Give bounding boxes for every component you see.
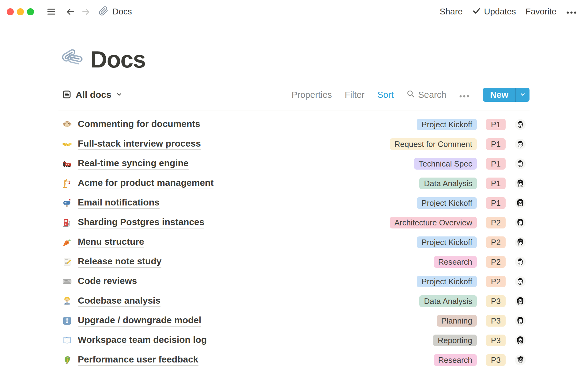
new-doc-button[interactable]: New: [483, 88, 515, 102]
avatar-woman-wavy-hair[interactable]: [515, 237, 526, 248]
avatar-man-stubble[interactable]: [515, 158, 526, 169]
doc-priority-badge[interactable]: P1: [486, 138, 506, 150]
doc-tag-badge[interactable]: Project Kickoff: [417, 197, 477, 209]
doc-tag-badge[interactable]: Reporting: [433, 335, 477, 346]
doc-tag-badge[interactable]: Data Analysis: [419, 178, 477, 189]
avatar-person-glasses[interactable]: [515, 197, 526, 209]
doc-row[interactable]: Full-stack interview process Request for…: [58, 134, 530, 154]
avatar-man-glasses-spiky[interactable]: [515, 355, 526, 366]
doc-priority-badge[interactable]: P3: [486, 315, 506, 327]
view-switcher[interactable]: All docs: [58, 90, 123, 100]
doc-priority-badge[interactable]: P2: [486, 276, 506, 287]
doc-priority-badge[interactable]: P3: [486, 295, 506, 307]
favorite-button[interactable]: Favorite: [526, 7, 556, 17]
doc-priority-badge[interactable]: P1: [486, 178, 506, 189]
doc-priority-badge[interactable]: P3: [486, 354, 506, 366]
doc-row[interactable]: Acme for product management Data Analysi…: [58, 174, 530, 193]
doc-tag-badge[interactable]: Project Kickoff: [417, 119, 477, 130]
avatar-man-short-hair[interactable]: [515, 256, 526, 267]
doc-priority-badge[interactable]: P1: [486, 197, 506, 209]
sidebar-toggle-button[interactable]: [46, 7, 56, 16]
doc-priority-badge[interactable]: P2: [486, 256, 506, 268]
sort-button[interactable]: Sort: [377, 90, 394, 100]
doc-title-link[interactable]: Real-time syncing engine: [78, 158, 189, 170]
doc-priority-badge[interactable]: P3: [486, 335, 506, 346]
doc-tag-badge[interactable]: Request for Comment: [390, 138, 477, 150]
forward-arrow-icon: [81, 7, 91, 17]
doc-priority-badge[interactable]: P1: [486, 158, 506, 170]
doc-row[interactable]: Real-time syncing engine Technical Spec …: [58, 154, 530, 174]
doc-row[interactable]: Code reviews Project Kickoff P2: [58, 272, 530, 291]
doc-title-link[interactable]: Codebase analysis: [78, 295, 160, 307]
avatar-person-glasses[interactable]: [515, 335, 526, 346]
doc-title-link[interactable]: Workspace team decision log: [78, 335, 207, 347]
list-toolbar: All docs Properties Filter Sort Search N…: [58, 88, 530, 110]
paperclip-small-icon: [99, 6, 108, 17]
doc-priority-badge[interactable]: P2: [486, 236, 506, 248]
doc-priority-badge[interactable]: P1: [486, 119, 506, 130]
doc-tag-badge[interactable]: Project Kickoff: [417, 276, 477, 287]
doc-row[interactable]: Menu structure Project Kickoff P2: [58, 232, 530, 252]
doc-title-link[interactable]: Email notifications: [78, 197, 160, 209]
linked-paperclips-icon[interactable]: [60, 48, 83, 71]
avatar-man-short-hair[interactable]: [515, 139, 526, 150]
open-book-icon: [62, 335, 72, 345]
doc-tag-badge[interactable]: Planning: [437, 315, 477, 327]
nav-forward-button[interactable]: [81, 7, 91, 17]
page-title-block: Docs: [58, 48, 530, 71]
doc-row[interactable]: Upgrade / downgrade model Planning P3: [58, 311, 530, 331]
chevron-down-icon: [519, 91, 526, 99]
properties-button[interactable]: Properties: [292, 90, 332, 100]
new-doc-dropdown-button[interactable]: [516, 88, 530, 102]
doc-title-link[interactable]: Code reviews: [78, 276, 137, 288]
doc-row[interactable]: Commenting for documents Project Kickoff…: [58, 115, 530, 134]
more-options-button[interactable]: [566, 7, 577, 17]
doc-row[interactable]: Release note study Research P2: [58, 252, 530, 272]
doc-row[interactable]: Email notifications Project Kickoff P1: [58, 193, 530, 213]
doc-row[interactable]: Workspace team decision log Reporting P3: [58, 331, 530, 350]
doc-tag-badge[interactable]: Technical Spec: [414, 158, 477, 170]
doc-title-link[interactable]: Performance user feedback: [78, 354, 198, 366]
doc-row[interactable]: Codebase analysis Data Analysis P3: [58, 291, 530, 311]
doc-title-link[interactable]: Full-stack interview process: [78, 138, 201, 150]
toolbar-more-button[interactable]: [459, 90, 469, 100]
up-down-arrows-icon: [62, 316, 72, 326]
close-window-button[interactable]: [7, 8, 14, 15]
doc-title-link[interactable]: Sharding Postgres instances: [78, 217, 204, 229]
nav-back-button[interactable]: [66, 7, 75, 17]
doc-tag-badge[interactable]: Data Analysis: [419, 295, 477, 307]
memo-icon: [62, 257, 72, 267]
avatar-woman-wavy-hair[interactable]: [515, 178, 526, 189]
titlebar-document: Docs: [99, 6, 132, 17]
fuel-pump-icon: [62, 218, 72, 228]
doc-title-link[interactable]: Acme for product management: [78, 178, 213, 190]
zoom-window-button[interactable]: [27, 8, 34, 15]
doc-title-link[interactable]: Upgrade / downgrade model: [78, 315, 201, 327]
avatar-woman-bob[interactable]: [515, 315, 526, 326]
share-button[interactable]: Share: [440, 7, 463, 17]
doc-list: Commenting for documents Project Kickoff…: [58, 110, 530, 368]
avatar-man-short-hair[interactable]: [515, 119, 526, 130]
doc-tag-badge[interactable]: Architecture Overview: [390, 217, 477, 228]
doc-title-link[interactable]: Menu structure: [78, 236, 144, 248]
ellipsis-icon: [566, 7, 577, 17]
doc-row[interactable]: Performance user feedback Research P3: [58, 350, 530, 368]
doc-tag-badge[interactable]: Project Kickoff: [417, 236, 477, 248]
doc-priority-badge[interactable]: P2: [486, 217, 506, 228]
minimize-window-button[interactable]: [17, 8, 24, 15]
page-title: Docs: [90, 48, 145, 71]
locomotive-icon: [62, 159, 72, 169]
updates-button[interactable]: Updates: [472, 6, 516, 17]
parrot-icon: [62, 355, 72, 365]
avatar-person-glasses[interactable]: [515, 296, 526, 307]
doc-row[interactable]: Sharding Postgres instances Architecture…: [58, 213, 530, 232]
search-button[interactable]: Search: [406, 90, 446, 100]
mailbox-icon: [62, 198, 72, 208]
avatar-woman-bob[interactable]: [515, 217, 526, 228]
doc-tag-badge[interactable]: Research: [434, 354, 477, 366]
doc-title-link[interactable]: Commenting for documents: [78, 119, 200, 131]
doc-tag-badge[interactable]: Research: [434, 256, 477, 268]
avatar-man-stubble[interactable]: [515, 276, 526, 287]
doc-title-link[interactable]: Release note study: [78, 256, 161, 268]
filter-button[interactable]: Filter: [345, 90, 364, 100]
